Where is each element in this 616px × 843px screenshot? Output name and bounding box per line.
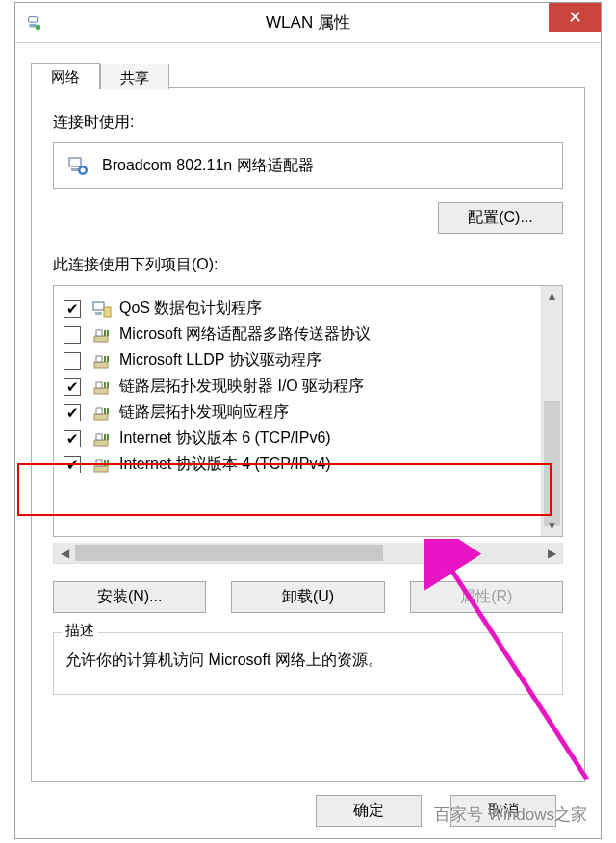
svg-rect-26 <box>94 440 108 446</box>
list-item[interactable]: QoS 数据包计划程序 <box>64 295 537 321</box>
window-title: WLAN 属性 <box>15 12 601 34</box>
svg-point-6 <box>81 168 86 173</box>
list-item[interactable]: 链路层拓扑发现响应程序 <box>64 399 537 425</box>
network-adapter-icon <box>67 155 89 176</box>
list-item[interactable]: Microsoft LLDP 协议驱动程序 <box>64 347 537 373</box>
svg-rect-27 <box>96 434 102 440</box>
svg-rect-14 <box>94 362 108 368</box>
properties-button: 属性(R) <box>410 581 563 613</box>
scroll-right-icon: ▶ <box>541 543 562 563</box>
scroll-left-icon: ◀ <box>54 543 75 563</box>
item-label: 链路层拓扑发现响应程序 <box>119 402 289 422</box>
protocol-icon <box>92 404 112 422</box>
scroll-thumb-horizontal[interactable] <box>75 545 383 561</box>
uninstall-button[interactable]: 卸载(U) <box>231 581 384 613</box>
svg-rect-9 <box>104 307 111 317</box>
tab-share[interactable]: 共享 <box>100 64 169 89</box>
svg-rect-7 <box>93 302 104 310</box>
checkbox[interactable] <box>64 456 81 473</box>
item-label: Microsoft 网络适配器多路传送器协议 <box>119 324 371 345</box>
description-text: 允许你的计算机访问 Microsoft 网络上的资源。 <box>65 651 383 668</box>
svg-rect-8 <box>95 312 102 315</box>
checkbox[interactable] <box>64 326 81 344</box>
qos-icon <box>92 300 112 318</box>
description-legend: 描述 <box>62 622 98 640</box>
horizontal-scrollbar[interactable]: ◀ ▶ <box>53 543 563 564</box>
svg-rect-15 <box>96 356 102 362</box>
item-label: Internet 协议版本 4 (TCP/IPv4) <box>119 454 331 474</box>
install-button[interactable]: 安装(N)... <box>53 581 206 613</box>
protocol-icon <box>92 352 112 370</box>
checkbox[interactable] <box>64 352 81 370</box>
scroll-thumb[interactable] <box>544 401 560 526</box>
client-area: 网络 共享 连接时使用: Broadcom 802.11n 网络适配器 配置(C… <box>15 43 601 838</box>
svg-rect-23 <box>96 408 102 414</box>
tab-strip: 网络 共享 <box>31 57 585 88</box>
list-item[interactable]: Internet 协议版本 6 (TCP/IPv6) <box>64 425 537 451</box>
svg-rect-3 <box>69 158 81 166</box>
configure-button[interactable]: 配置(C)... <box>438 202 563 234</box>
item-label: Microsoft LLDP 协议驱动程序 <box>119 350 321 370</box>
svg-rect-31 <box>96 460 102 466</box>
list-item[interactable]: Internet 协议版本 4 (TCP/IPv4) <box>64 451 537 477</box>
svg-rect-4 <box>71 168 79 171</box>
items-label: 此连接使用下列项目(O): <box>53 255 563 275</box>
checkbox[interactable] <box>64 404 81 422</box>
adapter-name: Broadcom 802.11n 网络适配器 <box>102 156 314 176</box>
checkbox[interactable] <box>64 430 81 447</box>
svg-rect-11 <box>96 330 102 336</box>
ok-button[interactable]: 确定 <box>316 795 422 827</box>
item-label: QoS 数据包计划程序 <box>119 298 262 319</box>
svg-rect-19 <box>96 382 102 388</box>
titlebar: WLAN 属性 ✕ <box>15 3 601 43</box>
checkbox[interactable] <box>64 300 81 318</box>
list-item[interactable]: 链路层拓扑发现映射器 I/O 驱动程序 <box>64 373 537 399</box>
checkbox[interactable] <box>64 378 81 396</box>
items-list: QoS 数据包计划程序Microsoft 网络适配器多路传送器协议Microso… <box>53 285 563 537</box>
svg-rect-10 <box>94 336 108 342</box>
protocol-icon <box>92 456 112 473</box>
wlan-properties-dialog: WLAN 属性 ✕ 网络 共享 连接时使用: Broadcom 802.11n … <box>14 2 602 839</box>
protocol-icon <box>92 326 112 344</box>
svg-rect-30 <box>94 466 108 472</box>
svg-rect-22 <box>94 414 108 420</box>
list-item[interactable]: Microsoft 网络适配器多路传送器协议 <box>64 321 537 347</box>
tab-panel-network: 连接时使用: Broadcom 802.11n 网络适配器 配置(C)... 此… <box>31 87 585 782</box>
tab-network[interactable]: 网络 <box>31 63 100 89</box>
scroll-down-icon: ▼ <box>542 515 562 536</box>
item-label: 链路层拓扑发现映射器 I/O 驱动程序 <box>119 376 364 396</box>
item-label: Internet 协议版本 6 (TCP/IPv6) <box>119 428 331 448</box>
protocol-icon <box>92 378 112 396</box>
description-group: 描述 允许你的计算机访问 Microsoft 网络上的资源。 <box>53 632 563 695</box>
adapter-display[interactable]: Broadcom 802.11n 网络适配器 <box>53 142 563 189</box>
vertical-scrollbar[interactable]: ▲ ▼ <box>541 286 562 536</box>
svg-rect-18 <box>94 388 108 394</box>
scroll-up-icon: ▲ <box>542 286 562 307</box>
protocol-icon <box>92 430 112 447</box>
watermark-text: 百家号 Windows之家 <box>434 804 587 826</box>
adapter-label: 连接时使用: <box>53 113 563 133</box>
